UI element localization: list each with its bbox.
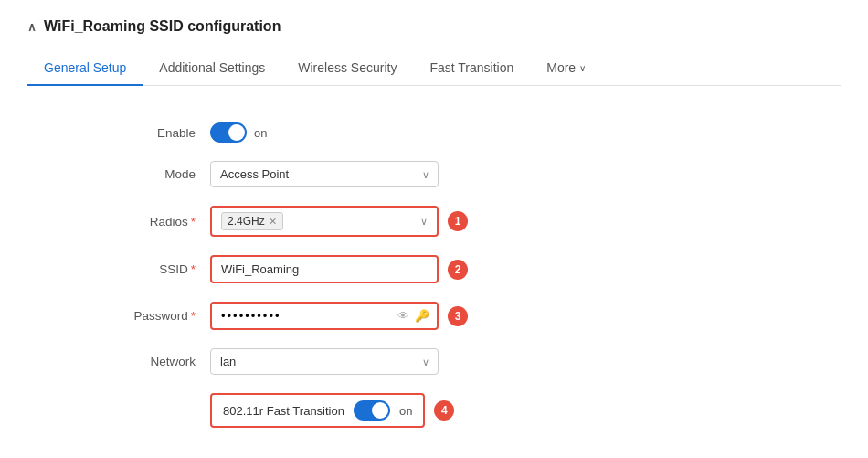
- password-row: Password* 👁 🔑 3: [101, 302, 667, 330]
- fast-transition-badge: 4: [434, 400, 454, 421]
- network-row: Network lan ∨: [101, 348, 667, 375]
- network-select-wrapper: lan ∨: [210, 348, 439, 375]
- radios-tag-value: 2.4GHz: [228, 215, 265, 228]
- fast-transition-row: 802.11r Fast Transition on 4: [101, 393, 667, 428]
- tab-more[interactable]: More ∨: [530, 51, 602, 86]
- radios-box[interactable]: 2.4GHz ✕ ∨: [210, 206, 439, 237]
- ssid-control: 2: [210, 255, 667, 283]
- fast-transition-toggle[interactable]: [354, 400, 390, 421]
- tabs-bar: General Setup Additional Settings Wirele…: [27, 51, 841, 86]
- network-select[interactable]: lan: [210, 348, 439, 375]
- network-control: lan ∨: [210, 348, 667, 375]
- enable-toggle-wrapper: on: [210, 122, 667, 143]
- page-container: ∧ WiFi_Roaming SSID configuration Genera…: [0, 0, 868, 458]
- mode-control: Access Point ∨: [210, 161, 667, 187]
- radios-row: Radios* 2.4GHz ✕ ∨ 1: [101, 206, 667, 237]
- ssid-badge: 2: [448, 260, 468, 280]
- fast-transition-control: 802.11r Fast Transition on 4: [210, 393, 667, 428]
- fast-transition-state: on: [399, 404, 412, 418]
- ssid-label: SSID*: [101, 262, 210, 276]
- radios-control: 2.4GHz ✕ ∨ 1: [210, 206, 667, 237]
- ssid-row: SSID* 2: [101, 255, 667, 283]
- network-label: Network: [101, 355, 210, 368]
- password-wrapper: 👁 🔑: [210, 302, 439, 330]
- chevron-down-icon: ∨: [579, 63, 586, 73]
- ssid-field-with-badge: 2: [210, 255, 667, 283]
- password-input[interactable]: [221, 309, 382, 323]
- eye-icon[interactable]: 👁: [397, 309, 409, 323]
- key-icon[interactable]: 🔑: [415, 309, 429, 323]
- mode-select-wrapper: Access Point ∨: [210, 161, 439, 187]
- enable-state-label: on: [254, 126, 267, 140]
- fast-transition-text: 802.11r Fast Transition: [223, 404, 344, 418]
- radios-chevron-icon: ∨: [420, 216, 428, 228]
- ssid-input[interactable]: [210, 255, 439, 283]
- enable-row: Enable on: [101, 122, 667, 143]
- fast-transition-field-with-badge: 802.11r Fast Transition on 4: [210, 393, 667, 428]
- password-badge: 3: [448, 306, 468, 326]
- tab-fast-transition[interactable]: Fast Transition: [413, 51, 530, 86]
- password-label: Password*: [101, 309, 210, 323]
- radios-tag: 2.4GHz ✕: [221, 212, 283, 230]
- password-control: 👁 🔑 3: [210, 302, 667, 330]
- tab-general-setup[interactable]: General Setup: [27, 51, 143, 86]
- mode-label: Mode: [101, 167, 210, 181]
- page-title: ∧ WiFi_Roaming SSID configuration: [27, 18, 841, 35]
- form-area: Enable on Mode Access Point ∨: [27, 113, 667, 428]
- password-icons: 👁 🔑: [397, 309, 429, 323]
- radios-badge: 1: [448, 211, 468, 231]
- enable-label: Enable: [101, 126, 210, 140]
- tab-additional-settings[interactable]: Additional Settings: [143, 51, 281, 86]
- fast-transition-box: 802.11r Fast Transition on: [210, 393, 425, 428]
- mode-select[interactable]: Access Point: [210, 161, 439, 187]
- enable-control: on: [210, 122, 667, 143]
- title-chevron: ∧: [27, 20, 37, 34]
- mode-row: Mode Access Point ∨: [101, 161, 667, 187]
- title-text: WiFi_Roaming SSID configuration: [44, 18, 281, 35]
- password-field-with-badge: 👁 🔑 3: [210, 302, 667, 330]
- enable-toggle[interactable]: [210, 122, 247, 143]
- radios-field-with-badge: 2.4GHz ✕ ∨ 1: [210, 206, 667, 237]
- radios-tag-remove[interactable]: ✕: [269, 216, 277, 228]
- tab-wireless-security[interactable]: Wireless Security: [281, 51, 413, 86]
- radios-label: Radios*: [101, 215, 210, 229]
